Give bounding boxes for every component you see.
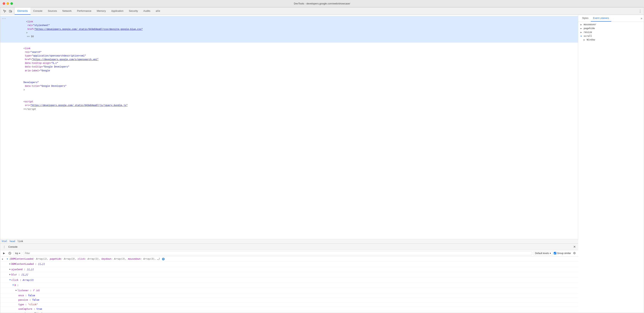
dom-line-link-stylesheet[interactable]: ... <link rel="stylesheet" href="https:/… — [0, 16, 578, 43]
close-button[interactable] — [3, 2, 5, 5]
dom-viewer[interactable]: ... <link rel="stylesheet" href="https:/… — [0, 15, 578, 239]
dom-line-link-search-cont: Developers" data-title="Google Developer… — [0, 77, 578, 96]
more-right-tabs-icon[interactable]: » — [641, 17, 642, 20]
expand-blur-icon[interactable]: ▶ — [10, 273, 10, 276]
back-arrow-icon[interactable]: ◀ — [2, 257, 3, 261]
event-arrow-mouseover-icon: ▶ — [580, 23, 582, 26]
event-scroll-label: scroll — [584, 35, 592, 37]
svg-line-3 — [9, 253, 10, 254]
toolbar-icons — [1, 7, 14, 15]
event-listeners-content: ▶ mouseover ▶ pagehide ▶ resize ▼ scroll — [578, 22, 644, 313]
tab-event-listeners[interactable]: Event Listeners — [591, 15, 612, 21]
event-arrow-pagehide-icon: ▶ — [580, 27, 582, 29]
tab-audits[interactable]: Audits — [140, 7, 153, 15]
tab-sources[interactable]: Sources — [45, 7, 60, 15]
tab-elements[interactable]: Elements — [15, 7, 30, 15]
console-row-usecapture[interactable]: useCapture : true — [0, 307, 578, 311]
info-icon: i — [162, 258, 165, 260]
tab-axe[interactable]: aXe — [153, 7, 163, 15]
event-mouseover[interactable]: ▶ mouseover — [578, 22, 644, 26]
dom-line-link-search[interactable]: <link rel="search" type="application/ope… — [0, 43, 578, 77]
expand-proto-icon[interactable]: ▶ — [16, 312, 17, 313]
event-resize-label: resize — [584, 31, 592, 33]
expand-ajaxsend-icon[interactable]: ▶ — [10, 268, 10, 271]
console-row-once[interactable]: once : false — [0, 293, 578, 298]
event-arrow-window-icon: ▶ — [584, 39, 586, 41]
event-resize[interactable]: ▶ resize — [578, 30, 644, 34]
event-window-label: Window — [587, 38, 595, 41]
expand-click-0-icon[interactable]: ▼ — [12, 283, 14, 287]
event-arrow-resize-icon: ▶ — [580, 31, 582, 33]
right-panel-tabs: Styles Event Listeners » — [578, 15, 644, 22]
console-row-blur[interactable]: ▶ blur : [{…}] — [0, 272, 578, 277]
window-title: DevTools - developers.google.com/web/sho… — [294, 2, 350, 5]
event-scroll[interactable]: ▼ scroll — [578, 34, 644, 38]
console-close-button[interactable]: ✕ — [572, 245, 577, 249]
traffic-lights — [3, 2, 13, 5]
console-title: Console — [8, 245, 18, 248]
console-settings-icon[interactable]: ⚙ — [572, 251, 577, 256]
tab-performance[interactable]: Performance — [74, 7, 94, 15]
console-row-listener[interactable]: ▶ listener : f (d) — [0, 288, 578, 293]
right-panel: Styles Event Listeners » ▶ mouseover ▶ p… — [578, 15, 644, 313]
tab-styles[interactable]: Styles — [580, 15, 591, 21]
console-row-domcontentloaded[interactable]: ▶ DOMContentLoaded : [{…}] — [0, 262, 578, 267]
expand-object-icon[interactable]: ▼ — [7, 258, 8, 260]
event-pagehide[interactable]: ▶ pagehide — [578, 26, 644, 30]
elements-panel: ... <link rel="stylesheet" href="https:/… — [0, 15, 644, 313]
maximize-button[interactable] — [10, 2, 13, 5]
dom-content: ... <link rel="stylesheet" href="https:/… — [0, 15, 578, 116]
console-row-proto[interactable]: ▶ __proto__ : Object — [0, 311, 578, 313]
expand-click-icon[interactable]: ▼ — [10, 278, 10, 281]
minimize-button[interactable] — [6, 2, 9, 5]
dom-line-script: <script src="https://developers.google.c… — [0, 96, 578, 115]
event-scroll-window[interactable]: ▶ Window — [578, 38, 644, 41]
event-pagehide-label: pagehide — [584, 27, 595, 30]
console-row-click[interactable]: ▼ click : Array(3) — [0, 278, 578, 283]
devtools-window: Elements Console Sources Network Perform… — [0, 7, 644, 313]
context-select[interactable]: top ▾ — [13, 251, 22, 255]
breadcrumb-head[interactable]: head — [10, 240, 15, 243]
tab-network[interactable]: Network — [60, 7, 74, 15]
console-row-ajaxsend[interactable]: ▶ ajaxSend : [{…}] — [0, 267, 578, 272]
console-output[interactable]: ◀ ▼ {DOMContentLoaded: Array(1), pagehid… — [0, 256, 578, 313]
dom-section: ... <link rel="stylesheet" href="https:/… — [0, 15, 578, 313]
breadcrumb-html[interactable]: html — [2, 240, 7, 243]
tab-security[interactable]: Security — [126, 7, 140, 15]
expand-domcontentloaded-icon[interactable]: ▶ — [10, 262, 10, 265]
console-row-passive[interactable]: passive : false — [0, 298, 578, 302]
more-tabs-icon[interactable]: ⋮ — [637, 9, 643, 13]
svg-rect-1 — [11, 11, 12, 12]
main-tab-bar: Elements Console Sources Network Perform… — [0, 7, 644, 15]
tab-application[interactable]: Application — [108, 7, 126, 15]
svg-rect-0 — [9, 10, 11, 12]
console-filter-input[interactable] — [23, 251, 532, 255]
group-similar-label[interactable]: Group similar — [554, 252, 571, 255]
log-levels-button[interactable]: Default levels ▾ — [533, 251, 552, 255]
run-console-icon[interactable]: ▶ — [2, 251, 6, 256]
console-menu-icon[interactable]: ⋮ — [2, 244, 7, 249]
tab-memory[interactable]: Memory — [94, 7, 108, 15]
expand-listener-icon[interactable]: ▶ — [16, 289, 17, 292]
event-mouseover-label: mouseover — [584, 23, 596, 26]
group-similar-checkbox[interactable] — [554, 252, 556, 254]
device-toolbar-icon[interactable] — [8, 9, 13, 14]
event-arrow-scroll-icon: ▼ — [580, 35, 582, 37]
tab-console[interactable]: Console — [30, 7, 45, 15]
clear-console-icon[interactable] — [8, 251, 12, 256]
console-section: ⋮ Console ✕ ▶ top ▾ Default levels — [0, 243, 578, 313]
console-row-type[interactable]: type : "click" — [0, 303, 578, 307]
breadcrumb-link[interactable]: link — [18, 240, 23, 243]
console-toolbar: ▶ top ▾ Default levels ▾ G — [0, 250, 578, 256]
console-row-click-0[interactable]: ▼ 0 : — [0, 283, 578, 288]
console-header: ⋮ Console ✕ — [0, 244, 578, 250]
console-row-main-object[interactable]: ◀ ▼ {DOMContentLoaded: Array(1), pagehid… — [0, 256, 578, 262]
inspect-element-icon[interactable] — [2, 9, 7, 14]
title-bar: DevTools - developers.google.com/web/sho… — [0, 0, 644, 7]
breadcrumb: html head link — [0, 239, 578, 243]
